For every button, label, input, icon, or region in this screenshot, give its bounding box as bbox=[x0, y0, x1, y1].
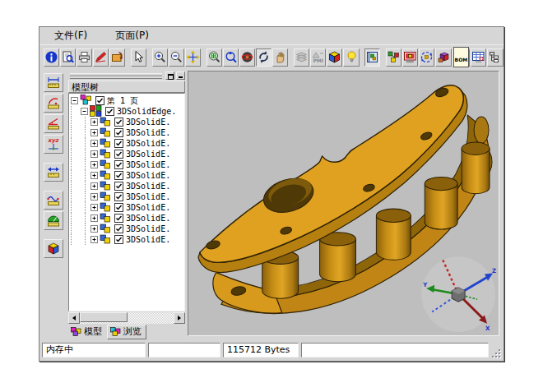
checkbox[interactable] bbox=[114, 214, 123, 223]
image-toggle-button[interactable] bbox=[364, 48, 380, 67]
checkbox[interactable] bbox=[105, 107, 114, 116]
tree-horizontal-scrollbar[interactable] bbox=[68, 312, 185, 324]
pan-button[interactable] bbox=[272, 48, 288, 67]
print-button[interactable] bbox=[77, 48, 92, 67]
image-toggle-icon bbox=[365, 50, 379, 64]
part-icon bbox=[100, 170, 111, 182]
refresh-button[interactable] bbox=[256, 48, 272, 67]
tab-model[interactable]: 模型 bbox=[68, 325, 106, 339]
expand-icon[interactable] bbox=[90, 182, 98, 190]
zoom-fit-button[interactable] bbox=[185, 48, 201, 67]
tree-row-part[interactable]: 3DSolidE. bbox=[71, 234, 184, 245]
tree-row-assembly[interactable]: 3DSolidEdge. bbox=[71, 106, 184, 117]
rotate-orb-button[interactable] bbox=[239, 48, 255, 67]
checkbox[interactable] bbox=[114, 118, 123, 127]
menu-page[interactable]: 页面(P) bbox=[112, 28, 152, 44]
tree-row-part[interactable]: 3DSolidE. bbox=[71, 224, 184, 234]
tree-row-part[interactable]: 3DSolidE. bbox=[71, 159, 184, 170]
tree-row-part[interactable]: 3DSolidE. bbox=[71, 138, 184, 149]
expand-icon[interactable] bbox=[90, 118, 98, 126]
collapse-icon[interactable] bbox=[71, 97, 78, 104]
checkbox[interactable] bbox=[114, 203, 123, 212]
checkbox[interactable] bbox=[114, 128, 123, 137]
tree-row-page[interactable]: 第 1 页 bbox=[71, 95, 184, 106]
tree-view-button[interactable] bbox=[487, 48, 503, 67]
tree-row-part[interactable]: 3DSolidE. bbox=[71, 170, 184, 181]
checkbox[interactable] bbox=[95, 96, 104, 105]
markup-button[interactable] bbox=[93, 48, 109, 67]
collapse-icon[interactable] bbox=[81, 108, 88, 115]
expand-icon[interactable] bbox=[90, 172, 98, 179]
bom-button[interactable]: BOM bbox=[452, 48, 471, 67]
expand-icon[interactable] bbox=[90, 225, 98, 233]
expand-icon[interactable] bbox=[90, 236, 98, 243]
orientation-indicator[interactable]: Z Y X bbox=[421, 256, 496, 332]
tree-row-part[interactable]: 3DSolidE. bbox=[71, 213, 184, 224]
scrollbar-thumb[interactable] bbox=[80, 312, 128, 322]
expand-icon[interactable] bbox=[90, 129, 98, 136]
checkbox[interactable] bbox=[114, 192, 123, 201]
checkbox[interactable] bbox=[114, 182, 123, 191]
animate-button[interactable] bbox=[419, 48, 434, 67]
tree-row-part[interactable]: 3DSolidE. bbox=[71, 127, 184, 138]
checkbox[interactable] bbox=[114, 160, 123, 169]
panel-hide-button[interactable] bbox=[176, 71, 185, 80]
checkbox[interactable] bbox=[114, 150, 123, 159]
menu-file[interactable]: 文件(F) bbox=[51, 28, 90, 44]
expand-icon[interactable] bbox=[90, 161, 98, 168]
light-button[interactable] bbox=[343, 48, 359, 67]
panel-restore-button[interactable] bbox=[165, 71, 174, 80]
zoom-in-button[interactable] bbox=[152, 48, 168, 67]
model-tree-panel: 模型树 第 1 页 3DSolidEdge. bbox=[67, 69, 187, 340]
checkbox[interactable] bbox=[114, 171, 123, 180]
view-cube-button[interactable] bbox=[327, 48, 342, 67]
expand-icon[interactable] bbox=[90, 204, 98, 211]
part-icon bbox=[100, 127, 111, 139]
resize-grip[interactable] bbox=[491, 348, 501, 358]
checkbox[interactable] bbox=[114, 224, 123, 233]
print-preview-button[interactable] bbox=[60, 48, 76, 67]
tree-row-part[interactable]: 3DSolidE. bbox=[71, 181, 184, 191]
scroll-right-button[interactable] bbox=[174, 312, 185, 324]
measure-angle-button[interactable] bbox=[44, 114, 63, 133]
tree-row-part[interactable]: 3DSolidE. bbox=[71, 191, 184, 202]
measure-between-button[interactable] bbox=[44, 163, 63, 182]
scrollbar-track[interactable] bbox=[80, 312, 174, 324]
measure-curve-button[interactable] bbox=[44, 191, 63, 210]
part-icon bbox=[100, 213, 111, 224]
expand-icon[interactable] bbox=[90, 150, 98, 158]
checkbox[interactable] bbox=[114, 139, 123, 148]
3d-viewport[interactable]: Z Y X bbox=[188, 71, 499, 336]
pmi-button[interactable]: PMI bbox=[310, 48, 326, 67]
measure-area-button[interactable] bbox=[44, 211, 63, 230]
zoom-dynamic-button[interactable] bbox=[223, 48, 239, 67]
measure-xyz-button[interactable]: xyz bbox=[44, 135, 63, 154]
measure-radius-button[interactable] bbox=[44, 94, 63, 113]
axis-y-label: Y bbox=[422, 281, 428, 288]
expand-icon[interactable] bbox=[90, 140, 98, 147]
expand-icon[interactable] bbox=[90, 193, 98, 201]
status-bytes: 115712 Bytes bbox=[223, 343, 299, 357]
measure-distance-button[interactable] bbox=[44, 73, 63, 92]
zoom-window-button[interactable] bbox=[207, 48, 222, 67]
checkbox[interactable] bbox=[114, 235, 123, 244]
measure-volume-button[interactable] bbox=[44, 239, 63, 258]
part-colors-button[interactable] bbox=[386, 48, 401, 67]
expand-icon[interactable] bbox=[90, 214, 98, 222]
solids-button[interactable] bbox=[435, 48, 451, 67]
layers-button[interactable] bbox=[294, 48, 309, 67]
table-screen-button[interactable] bbox=[471, 48, 486, 67]
select-button[interactable] bbox=[131, 48, 146, 67]
axis-z-label: Z bbox=[492, 266, 496, 274]
tree-row-part[interactable]: 3DSolidE. bbox=[71, 117, 184, 127]
tree-row-part[interactable]: 3DSolidE. bbox=[71, 149, 184, 159]
zoom-out-button[interactable] bbox=[169, 48, 184, 67]
info-button[interactable] bbox=[44, 48, 59, 67]
screen-cube-button[interactable] bbox=[402, 48, 418, 67]
triangle-left-icon bbox=[72, 316, 76, 321]
tree-row-part[interactable]: 3DSolidE. bbox=[71, 202, 184, 213]
tab-browse[interactable]: 浏览 bbox=[107, 325, 146, 339]
scroll-left-button[interactable] bbox=[68, 312, 80, 324]
panel-grip[interactable] bbox=[68, 71, 185, 81]
export-button[interactable] bbox=[109, 48, 125, 67]
